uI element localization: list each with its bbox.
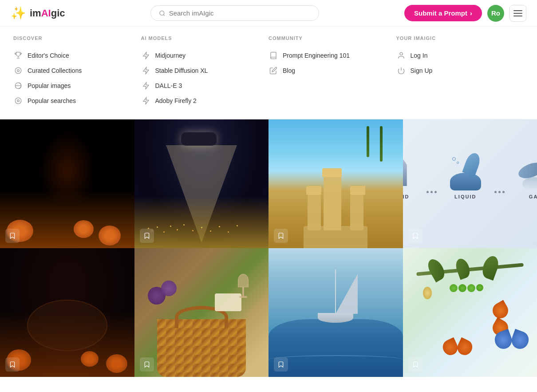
image-halloween-drummer1[interactable] <box>0 119 134 248</box>
bolt-icon-4 <box>141 96 151 106</box>
image-helicopter[interactable] <box>134 119 269 248</box>
nav-community: COMMUNITY Prompt Engineering 101 Blog <box>268 36 396 108</box>
nav-prompt-engineering-label: Prompt Engineering 101 <box>283 52 350 59</box>
bookmark-button[interactable] <box>408 229 422 243</box>
logo-text: imAIgic <box>30 8 65 19</box>
bookmark-icon <box>9 361 16 368</box>
nav-midjourney[interactable]: Midjourney <box>141 48 269 63</box>
bookmark-icon <box>143 232 150 239</box>
book-icon <box>268 51 278 60</box>
nav-popular-searches[interactable]: Popular searches <box>13 93 141 108</box>
image-butterfly[interactable] <box>403 248 537 377</box>
search-input[interactable] <box>169 9 311 17</box>
bookmark-button[interactable] <box>408 357 422 372</box>
image-bg <box>0 248 134 377</box>
bookmark-icon <box>277 232 284 239</box>
bolt-icon-2 <box>141 66 151 75</box>
searches-icon <box>13 96 23 106</box>
bookmark-button[interactable] <box>274 229 288 243</box>
trophy-icon <box>13 51 23 60</box>
image-bg: SOLID LIQUID <box>403 119 537 248</box>
image-bg <box>403 248 537 377</box>
nav-dalle3-label: DALL-E 3 <box>155 82 182 89</box>
image-bg <box>134 119 269 248</box>
image-bg <box>268 248 403 377</box>
nav-popular-images[interactable]: Popular images <box>13 78 141 93</box>
search-icon <box>159 10 166 17</box>
nav-stable-diffusion-label: Stable Diffusion XL <box>155 67 208 74</box>
image-picnic-basket[interactable] <box>134 248 269 377</box>
image-sailboat[interactable] <box>268 248 403 377</box>
nav-menu: DISCOVER Editor's Choice Curated Collect… <box>0 27 537 119</box>
image-sandcastle[interactable] <box>268 119 403 248</box>
svg-point-3 <box>17 70 20 72</box>
logo-colored: AI <box>41 8 51 19</box>
nav-popular-searches-label: Popular searches <box>28 97 76 104</box>
edit-icon <box>268 66 278 75</box>
bookmark-icon <box>277 361 284 368</box>
image-bg <box>268 119 403 248</box>
bookmark-icon <box>412 361 419 368</box>
nav-dalle3[interactable]: DALL-E 3 <box>141 78 269 93</box>
nav-midjourney-label: Midjourney <box>155 52 186 59</box>
nav-popular-images-label: Popular images <box>28 82 71 89</box>
nav-your-imaigic-title: YOUR IMAIGIC <box>396 36 524 41</box>
bookmark-icon <box>143 361 150 368</box>
avatar[interactable]: Ro <box>487 5 504 22</box>
nav-prompt-engineering[interactable]: Prompt Engineering 101 <box>268 48 396 63</box>
nav-blog[interactable]: Blog <box>268 63 396 78</box>
logo-icon: ✨ <box>11 6 26 20</box>
nav-signup[interactable]: Sign Up <box>396 63 524 78</box>
header-right: Submit a Prompt › Ro <box>404 5 526 22</box>
nav-your-imaigic: YOUR IMAIGIC Log In Sign Up <box>396 36 524 108</box>
image-bg <box>0 119 134 248</box>
submit-label: Submit a Prompt <box>414 9 467 17</box>
hamburger-icon <box>513 10 522 16</box>
bookmark-icon <box>412 232 419 239</box>
nav-ai-models-title: AI MODELS <box>141 36 269 41</box>
image-solid-liquid-gas[interactable]: SOLID LIQUID <box>403 119 537 248</box>
svg-line-1 <box>163 14 165 16</box>
logo[interactable]: ✨ imAIgic <box>11 6 65 20</box>
nav-login[interactable]: Log In <box>396 48 524 63</box>
nav-blog-label: Blog <box>283 67 295 74</box>
bookmark-button[interactable] <box>140 357 154 372</box>
nav-firefly[interactable]: Adoby Firefly 2 <box>141 93 269 108</box>
image-halloween-drummer2[interactable] <box>0 248 134 377</box>
nav-ai-models: AI MODELS Midjourney Stable Diffusion XL <box>141 36 269 108</box>
nav-curated-collections[interactable]: Curated Collections <box>13 63 141 78</box>
menu-button[interactable] <box>509 5 526 22</box>
svg-point-5 <box>15 98 21 104</box>
submit-arrow: › <box>470 9 472 17</box>
collections-icon <box>13 66 23 75</box>
svg-point-2 <box>15 67 21 74</box>
nav-discover-title: DISCOVER <box>13 36 141 41</box>
bookmark-icon <box>9 232 16 239</box>
nav-editors-choice-label: Editor's Choice <box>28 52 69 59</box>
nav-stable-diffusion[interactable]: Stable Diffusion XL <box>141 63 269 78</box>
image-bg <box>134 248 269 377</box>
nav-community-title: COMMUNITY <box>268 36 396 41</box>
nav-editors-choice[interactable]: Editor's Choice <box>13 48 141 63</box>
bookmark-button[interactable] <box>140 229 154 243</box>
header: ✨ imAIgic Submit a Prompt › Ro <box>0 0 537 27</box>
image-grid: SOLID LIQUID <box>0 119 537 377</box>
nav-curated-label: Curated Collections <box>28 67 82 74</box>
svg-point-0 <box>160 11 164 15</box>
user-icon <box>396 51 406 60</box>
nav-firefly-label: Adoby Firefly 2 <box>155 97 197 104</box>
bookmark-button[interactable] <box>274 357 288 372</box>
svg-point-7 <box>400 52 403 55</box>
bookmark-button[interactable] <box>5 229 20 243</box>
svg-point-6 <box>17 100 20 102</box>
nav-signup-label: Sign Up <box>411 67 433 74</box>
images-icon <box>13 81 23 91</box>
bolt-icon-1 <box>141 51 151 60</box>
nav-discover: DISCOVER Editor's Choice Curated Collect… <box>13 36 141 108</box>
search-bar[interactable] <box>150 5 319 21</box>
power-icon <box>396 66 406 75</box>
bolt-icon-3 <box>141 81 151 91</box>
submit-prompt-button[interactable]: Submit a Prompt › <box>404 5 482 21</box>
bookmark-button[interactable] <box>5 357 20 372</box>
nav-login-label: Log In <box>411 52 428 59</box>
